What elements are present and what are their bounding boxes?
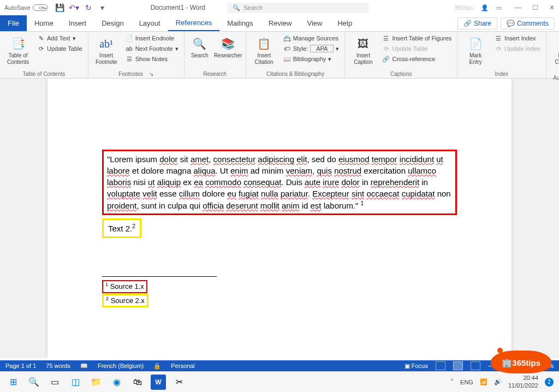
insert-index-button[interactable]: ☰Insert Index — [492, 34, 542, 43]
ribbon: 📑Table of Contents ✎Add Text ▾ ⟳Update T… — [0, 32, 559, 79]
document-area[interactable]: "Lorem ipsum dolor sit amet, consectetur… — [0, 79, 559, 358]
brand-badge: 🏢365tips — [491, 351, 551, 373]
search-input[interactable]: 🔍 Search — [227, 3, 369, 13]
account-icon[interactable]: 👤 — [481, 4, 489, 11]
page[interactable]: "Lorem ipsum dolor sit amet, consectetur… — [47, 79, 512, 358]
cross-ref-icon: 🔗 — [382, 55, 390, 63]
mark-citation-button[interactable]: 📄Mark Citation — [550, 34, 559, 68]
redo-icon[interactable]: ↻ — [84, 3, 93, 12]
group-authorities: 📄Mark Citation ☰ Table of Authoriti... ⌃ — [546, 32, 559, 78]
print-layout-icon[interactable] — [453, 361, 463, 370]
insert-caption-button[interactable]: 🖼Insert Caption — [348, 34, 378, 68]
status-language[interactable]: French (Belgium) — [98, 363, 144, 369]
show-notes-button[interactable]: ☰Show Notes — [123, 55, 181, 63]
word-icon[interactable]: W — [151, 375, 166, 390]
proofing-icon[interactable]: 📖 — [80, 363, 88, 370]
undo-icon[interactable]: ↶▾ — [70, 3, 79, 12]
edge-icon[interactable]: ◉ — [109, 375, 124, 390]
tof-icon: ☰ — [382, 34, 390, 42]
group-label-toc: Table of Contents — [3, 70, 85, 78]
bibliography-button[interactable]: 📖Bibliography ▾ — [281, 55, 342, 63]
privacy-icon[interactable]: 🔒 — [153, 363, 161, 370]
focus-button[interactable]: ▣ Focus — [405, 363, 428, 370]
paragraph-2[interactable]: Text 2.2 — [102, 218, 141, 238]
researcher-button[interactable]: 📚Researcher — [214, 34, 242, 61]
group-label-citations: Citations & Bibliography — [249, 70, 342, 78]
tab-layout[interactable]: Layout — [132, 15, 168, 31]
search-button[interactable]: 🔍Search — [188, 34, 212, 61]
store-icon[interactable]: 🛍 — [130, 375, 145, 390]
group-label-research: Research — [188, 70, 242, 78]
tab-help[interactable]: Help — [330, 15, 360, 31]
update-icon: ⟳ — [37, 45, 45, 52]
add-text-icon: ✎ — [37, 34, 45, 42]
notifications-badge[interactable]: 2 — [545, 378, 554, 387]
quick-access-toolbar: 💾 ↶▾ ↻ ▾ — [56, 3, 107, 12]
read-mode-icon[interactable] — [436, 361, 445, 370]
taskbar-search-icon[interactable]: 🔍 — [26, 375, 41, 390]
next-footnote-button[interactable]: abNext Footnote ▾ — [123, 44, 181, 53]
tab-mailings[interactable]: Mailings — [219, 15, 261, 31]
status-words[interactable]: 75 words — [46, 363, 70, 369]
mark-citation-icon: 📄 — [557, 36, 559, 51]
save-icon[interactable]: 💾 — [56, 3, 64, 12]
task-view-icon[interactable]: ▭ — [47, 375, 62, 390]
tab-insert[interactable]: Insert — [61, 15, 94, 31]
group-index: 📄Mark Entry ☰Insert Index ⟳Update Index … — [457, 32, 546, 78]
update-table-button[interactable]: ⟳Update Table — [35, 44, 85, 53]
status-page[interactable]: Page 1 of 1 — [5, 363, 36, 369]
update-tof-icon: ⟳ — [382, 45, 390, 52]
share-button[interactable]: 🔗 Share — [457, 17, 497, 29]
insert-footnote-button[interactable]: ab¹Insert Footnote — [92, 34, 121, 68]
footnote-2[interactable]: 2 Source 2.x — [102, 294, 148, 308]
tab-review[interactable]: Review — [261, 15, 300, 31]
group-label-index: Index — [461, 70, 542, 78]
search-icon: 🔍 — [233, 4, 240, 11]
clock[interactable]: 20:44 11/01/2022 — [508, 375, 538, 389]
researcher-icon: 📚 — [221, 36, 236, 51]
volume-icon[interactable]: 🔊 — [494, 378, 502, 385]
insert-endnote-button[interactable]: 📄Insert Endnote — [123, 34, 181, 43]
mark-entry-icon: 📄 — [468, 36, 483, 51]
widgets-icon[interactable]: ◫ — [68, 375, 83, 390]
tab-home[interactable]: Home — [27, 15, 61, 31]
cross-reference-button[interactable]: 🔗Cross-reference — [380, 55, 454, 63]
web-layout-icon[interactable] — [471, 361, 480, 370]
insert-citation-button[interactable]: 📋Insert Citation — [249, 34, 279, 68]
minimize-icon[interactable]: — — [515, 4, 521, 11]
manage-sources-button[interactable]: 📇Manage Sources — [281, 34, 342, 43]
mark-entry-button[interactable]: 📄Mark Entry — [461, 34, 490, 68]
wifi-icon[interactable]: 📶 — [480, 378, 487, 385]
insert-tof-button[interactable]: ☰Insert Table of Figures — [380, 34, 454, 43]
add-text-button[interactable]: ✎Add Text ▾ — [35, 34, 85, 43]
maximize-icon[interactable]: ☐ — [532, 4, 538, 11]
group-captions: 🖼Insert Caption ☰Insert Table of Figures… — [345, 32, 457, 78]
biblio-icon: 📖 — [283, 55, 291, 63]
research-search-icon: 🔍 — [192, 36, 207, 51]
close-icon[interactable]: ✕ — [549, 4, 555, 11]
status-personal[interactable]: Personal — [171, 363, 194, 369]
qat-more-icon[interactable]: ▾ — [98, 3, 107, 12]
explorer-icon[interactable]: 📁 — [88, 375, 104, 390]
language-indicator[interactable]: ENG — [460, 379, 473, 385]
group-label-authorities: Table of Authoriti... ⌃ — [550, 68, 559, 82]
group-toc: 📑Table of Contents ✎Add Text ▾ ⟳Update T… — [0, 32, 88, 78]
autosave-toggle[interactable]: AutoSave Off ● — [4, 4, 48, 11]
toggle-switch[interactable]: Off ● — [33, 4, 48, 11]
caption-icon: 🖼 — [355, 36, 371, 51]
tab-references[interactable]: References — [168, 15, 219, 31]
style-icon: 🏷 — [283, 45, 291, 52]
comments-button[interactable]: 💬 Comments — [501, 17, 555, 29]
footnote-1[interactable]: 1 Source 1.x — [102, 280, 147, 293]
tab-design[interactable]: Design — [94, 15, 131, 31]
tab-file[interactable]: File — [0, 15, 27, 31]
ribbon-mode-icon[interactable]: ▭ — [496, 4, 502, 11]
citation-style-select[interactable]: 🏷Style: APA ▾ — [281, 44, 342, 53]
tray-chevron-icon[interactable]: ˄ — [450, 378, 454, 385]
statusbar: Page 1 of 1 75 words 📖 French (Belgium) … — [0, 360, 559, 371]
paragraph-1[interactable]: "Lorem ipsum dolor sit amet, consectetur… — [102, 150, 457, 215]
start-icon[interactable]: ⊞ — [5, 375, 21, 390]
tab-view[interactable]: View — [299, 15, 330, 31]
snip-icon[interactable]: ✂ — [171, 375, 187, 390]
toc-button[interactable]: 📑Table of Contents — [3, 34, 33, 68]
